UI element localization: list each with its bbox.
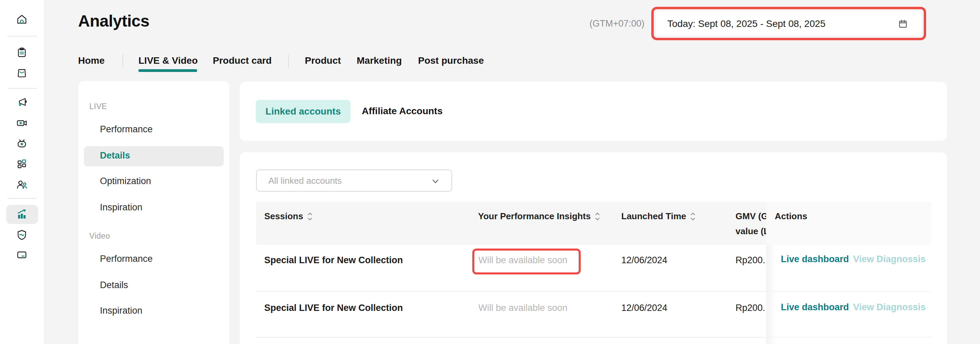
view-diagnosis-link[interactable]: View Diagnossis bbox=[853, 302, 926, 313]
column-launched-time: Launched Time bbox=[621, 211, 695, 221]
tab-live-video[interactable]: LIVE & Video bbox=[138, 55, 198, 66]
tab-divider bbox=[288, 54, 289, 67]
tab-marketing[interactable]: Marketing bbox=[357, 55, 402, 66]
live-dashboard-link[interactable]: Live dashboard bbox=[781, 302, 849, 313]
account-tabs-card: Linked accounts Affiliate Accounts bbox=[240, 82, 947, 141]
affiliate-icon[interactable] bbox=[16, 178, 28, 191]
account-filter-placeholder: All linked accounts bbox=[268, 175, 342, 186]
sidebar-item-video-details[interactable]: Details bbox=[100, 280, 128, 290]
sort-icon[interactable] bbox=[307, 212, 313, 221]
tab-home[interactable]: Home bbox=[78, 55, 105, 66]
security-icon[interactable] bbox=[16, 229, 28, 241]
home-icon[interactable] bbox=[16, 13, 28, 25]
date-range-picker[interactable]: Today: Sept 08, 2025 - Sept 08, 2025 bbox=[655, 11, 922, 37]
column-sessions: Sessions bbox=[264, 211, 313, 221]
tab-product-card[interactable]: Product card bbox=[213, 55, 272, 66]
marketing-icon[interactable] bbox=[16, 97, 28, 109]
actions-sticky-column: Actions Live dashboard View Diagnossis L… bbox=[766, 202, 931, 344]
insight-value: Will be available soon bbox=[479, 254, 567, 266]
column-performance-insights: Your Performance Insights bbox=[478, 211, 600, 221]
analytics-icon[interactable] bbox=[16, 208, 28, 221]
sidebar-section-live: LIVE bbox=[89, 102, 107, 111]
calendar-icon bbox=[898, 19, 908, 29]
view-diagnosis-link[interactable]: View Diagnossis bbox=[853, 254, 926, 264]
analytics-page: Analytics (GTM+07:00) Today: Sept 08, 20… bbox=[0, 0, 980, 344]
page-title: Analytics bbox=[78, 11, 150, 30]
date-range-value: Today: Sept 08, 2025 - Sept 08, 2025 bbox=[667, 18, 826, 29]
rail-divider bbox=[8, 88, 37, 89]
apps-icon[interactable] bbox=[16, 158, 28, 170]
live-dashboard-link[interactable]: Live dashboard bbox=[781, 254, 849, 264]
sidebar-item-video-inspiration[interactable]: Inspiration bbox=[100, 306, 143, 316]
tab-product[interactable]: Product bbox=[305, 55, 341, 66]
timezone-label: (GTM+07:00) bbox=[576, 18, 644, 29]
row-divider bbox=[766, 291, 931, 292]
gmv-value: Rp200. bbox=[735, 302, 765, 314]
sort-icon[interactable] bbox=[690, 212, 695, 221]
sidebar-section-video: Video bbox=[89, 231, 110, 241]
chevron-down-icon bbox=[431, 177, 440, 186]
session-title: Special LIVE for New Collection bbox=[264, 254, 403, 266]
launched-time-value: 12/06/2024 bbox=[621, 254, 667, 266]
session-title: Special LIVE for New Collection bbox=[264, 302, 403, 314]
tab-linked-accounts[interactable]: Linked accounts bbox=[256, 100, 350, 123]
rail-divider bbox=[8, 198, 37, 199]
column-gmv-line2: value (L bbox=[735, 226, 769, 237]
insight-value: Will be available soon bbox=[479, 302, 567, 314]
column-actions: Actions bbox=[775, 211, 807, 221]
live-icon[interactable] bbox=[16, 138, 28, 150]
sidebar-item-live-inspiration[interactable]: Inspiration bbox=[100, 202, 143, 213]
launched-time-value: 12/06/2024 bbox=[621, 302, 667, 314]
active-tab-underline bbox=[138, 69, 197, 72]
video-icon[interactable] bbox=[16, 117, 28, 129]
sidebar-item-video-performance[interactable]: Performance bbox=[100, 254, 153, 264]
row-divider bbox=[766, 337, 931, 338]
account-filter-select[interactable]: All linked accounts bbox=[256, 169, 452, 192]
finance-icon[interactable] bbox=[16, 249, 28, 261]
live-video-sidebar: LIVE Performance Details Optimization In… bbox=[78, 81, 229, 344]
analytics-nav-tabs: Home LIVE & Video Product card Product M… bbox=[0, 54, 980, 75]
gmv-value: Rp200. bbox=[735, 254, 765, 266]
sort-icon[interactable] bbox=[595, 212, 600, 221]
app-rail bbox=[0, 0, 45, 344]
tab-post-purchase[interactable]: Post purchase bbox=[418, 55, 484, 66]
actions-header-bg bbox=[766, 202, 931, 245]
column-gmv: GMV (G bbox=[735, 211, 768, 221]
sidebar-item-live-details[interactable]: Details bbox=[100, 150, 130, 161]
linked-accounts-table-card: All linked accounts Sessions Your Perfor… bbox=[240, 152, 947, 344]
sidebar-item-live-optimization[interactable]: Optimization bbox=[100, 176, 151, 186]
tab-divider bbox=[123, 54, 123, 67]
sidebar-item-live-performance[interactable]: Performance bbox=[100, 124, 153, 135]
tab-affiliate-accounts[interactable]: Affiliate Accounts bbox=[362, 106, 442, 116]
rail-divider bbox=[8, 36, 37, 37]
